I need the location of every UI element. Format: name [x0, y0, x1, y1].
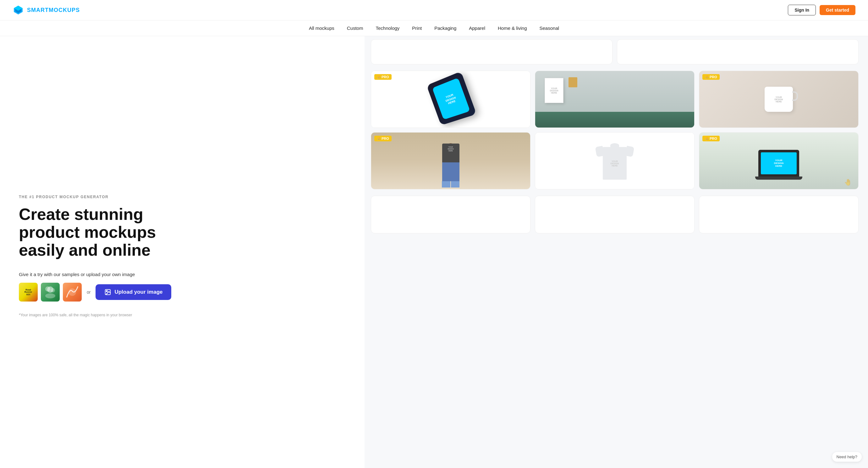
bottom-partial-row — [368, 196, 862, 240]
sample-thumb-3[interactable] — [63, 283, 82, 302]
hero-subtitle: THE #1 PRODUCT MOCKUP GENERATOR — [19, 195, 346, 199]
logo-icon — [12, 4, 24, 16]
bottom-card-3[interactable] — [699, 196, 859, 233]
hand-icon: 🤚 — [844, 178, 852, 186]
nav-item-home-living[interactable]: Home & living — [498, 26, 527, 31]
main-content: THE #1 PRODUCT MOCKUP GENERATOR Create s… — [0, 36, 868, 468]
hero-section: THE #1 PRODUCT MOCKUP GENERATOR Create s… — [0, 36, 365, 468]
hero-disclaimer: *Your images are 100% safe, all the magi… — [19, 313, 346, 317]
crown-icon: 👑 — [377, 75, 380, 79]
person-figure: YOURDESIGNHERE — [442, 133, 460, 189]
getstarted-button[interactable]: Get started — [819, 5, 856, 15]
mockup-grid: 👑 PRO YOURDESIGNHERE YOURDESIGNHERE — [368, 64, 862, 196]
bottom-card-2[interactable] — [535, 196, 694, 233]
logo[interactable]: SMARTMOCKUPS — [12, 4, 80, 16]
laptop-illustration: YOURDESIGNHERE — [755, 150, 802, 180]
crown-icon-mug: 👑 — [705, 75, 709, 79]
laptop-area: 👑 PRO YOURDESIGNHERE 🤚 — [699, 133, 858, 189]
crown-icon-laptop: 👑 — [705, 137, 709, 140]
mug-illustration: YOURDESIGNHERE — [765, 87, 793, 112]
header-actions: Sign In Get started — [788, 5, 856, 15]
hero-title-line2: product mockups — [19, 223, 156, 241]
bottom-card-1[interactable] — [371, 196, 530, 233]
svg-point-5 — [45, 287, 50, 292]
nav-item-seasonal[interactable]: Seasonal — [539, 26, 559, 31]
hero-title-line3: easily and online — [19, 241, 151, 259]
svg-point-6 — [51, 288, 55, 293]
nav-item-custom[interactable]: Custom — [347, 26, 363, 31]
nav-item-technology[interactable]: Technology — [376, 26, 399, 31]
pro-badge-laptop: 👑 PRO — [702, 136, 720, 141]
poster-room-area: YOURDESIGNHERE — [535, 71, 694, 128]
sample-thumb-1[interactable]: RoadRunnerGO! — [19, 283, 38, 302]
pro-badge-phone: 👑 PRO — [374, 74, 392, 80]
nav-item-apparel[interactable]: Apparel — [469, 26, 485, 31]
partial-card-2[interactable] — [617, 39, 859, 64]
hero-title: Create stunning product mockups easily a… — [19, 205, 346, 260]
partial-card-1[interactable] — [371, 39, 613, 64]
signin-button[interactable]: Sign In — [788, 5, 816, 15]
laptop-screen: YOURDESIGNHERE — [761, 152, 797, 174]
nav-item-print[interactable]: Print — [412, 26, 422, 31]
sample-or-label: or — [87, 290, 91, 295]
phone-illustration: YOURDESIGNHERE — [427, 71, 476, 125]
svg-point-9 — [106, 291, 107, 292]
nav-item-packaging[interactable]: Packaging — [434, 26, 456, 31]
phone-screen: YOURDESIGNHERE — [432, 77, 470, 120]
nav-item-all-mockups[interactable]: All mockups — [309, 26, 334, 31]
upload-label: Upload your image — [114, 289, 162, 295]
top-partial-cards — [368, 36, 862, 64]
mockup-area: 👑 PRO YOURDESIGNHERE YOURDESIGNHERE — [365, 36, 868, 468]
pro-badge-mug: 👑 PRO — [702, 74, 720, 80]
hero-title-line1: Create stunning — [19, 205, 143, 223]
main-nav: All mockups Custom Technology Print Pack… — [0, 21, 868, 36]
mockup-card-laptop[interactable]: 👑 PRO YOURDESIGNHERE 🤚 — [699, 132, 859, 190]
hero-try-text: Give it a try with our samples or upload… — [19, 272, 346, 277]
svg-point-4 — [45, 293, 55, 298]
need-help-button[interactable]: Need help? — [832, 452, 862, 462]
svg-point-7 — [68, 288, 76, 296]
mockup-card-poster-room[interactable]: YOURDESIGNHERE — [535, 71, 694, 128]
tshirt-flat-area: YOURDESIGNHERE — [535, 133, 694, 189]
upload-icon — [104, 289, 111, 296]
tshirt-illustration: YOURDESIGNHERE — [596, 139, 633, 183]
hero-samples-row: RoadRunnerGO! or — [19, 283, 346, 302]
mug-mockup-area: 👑 PRO YOURDESIGNHERE — [699, 71, 858, 128]
sample-thumb-2[interactable] — [41, 283, 60, 302]
mockup-card-phone[interactable]: 👑 PRO YOURDESIGNHERE — [371, 71, 530, 128]
upload-button[interactable]: Upload your image — [96, 284, 171, 300]
logo-text: SMARTMOCKUPS — [27, 7, 80, 13]
person-tshirt-area: 👑 PRO YOURDESIGNHERE — [371, 133, 530, 189]
phone-mockup-area: 👑 PRO YOURDESIGNHERE — [371, 71, 530, 128]
mockup-card-person-tshirt[interactable]: 👑 PRO YOURDESIGNHERE — [371, 132, 530, 190]
mockup-card-tshirt-flat[interactable]: YOURDESIGNHERE — [535, 132, 694, 190]
pro-badge-person: 👑 PRO — [374, 136, 392, 141]
header: SMARTMOCKUPS Sign In Get started — [0, 0, 868, 21]
mockup-card-mug[interactable]: 👑 PRO YOURDESIGNHERE — [699, 71, 859, 128]
crown-icon-person: 👑 — [377, 137, 380, 140]
